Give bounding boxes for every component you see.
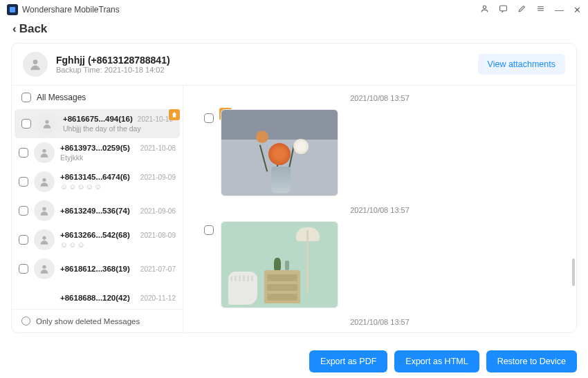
- svg-point-7: [42, 149, 46, 153]
- conversation-item[interactable]: +8618612...368(19) 2021-07-07: [12, 254, 183, 283]
- titlebar: Wondershare MobileTrans — ✕: [0, 0, 588, 19]
- conversation-checkbox[interactable]: [19, 206, 28, 216]
- conversation-date: 2020-11-12: [140, 294, 176, 302]
- conversation-name: +8616675...494(16): [63, 115, 133, 123]
- conversation-preview: Uhbjjj the day of the day: [63, 124, 173, 133]
- conversation-item[interactable]: +8613145...6474(6) 2021-09-09 ☺☺☺☺☺: [12, 167, 183, 196]
- back-label: Back: [19, 22, 48, 36]
- contact-header: Fghhjj (+8613128788841) Backup Time: 202…: [12, 44, 576, 86]
- svg-point-5: [33, 59, 38, 64]
- attachment-image[interactable]: [221, 221, 338, 308]
- conversation-name: +8613266...542(68): [60, 231, 130, 239]
- feedback-icon[interactable]: [499, 4, 508, 15]
- conversation-item[interactable]: +8618688...120(42) 2020-11-12: [12, 283, 183, 309]
- conversation-date: 2021-09-06: [140, 207, 176, 215]
- message-checkbox[interactable]: [204, 225, 214, 235]
- account-icon[interactable]: [480, 4, 489, 15]
- conversation-preview: ☺☺☺: [60, 240, 176, 249]
- back-button[interactable]: ‹ Back: [12, 22, 47, 36]
- conversation-checkbox[interactable]: [21, 119, 31, 129]
- svg-point-0: [483, 6, 486, 8]
- svg-point-10: [42, 236, 46, 240]
- avatar-icon: [34, 142, 55, 163]
- conversation-name: +8618688...120(42): [60, 294, 130, 302]
- conversation-item[interactable]: +8613249...536(74) 2021-09-06: [12, 196, 183, 225]
- app-title: Wondershare MobileTrans: [22, 5, 480, 15]
- message-pane[interactable]: 2021/10/08 13:57: [183, 86, 576, 332]
- minimize-icon[interactable]: —: [555, 5, 564, 15]
- main-panel: Fghhjj (+8613128788841) Backup Time: 202…: [11, 43, 577, 333]
- conversation-preview: Etyjkkk: [60, 153, 176, 162]
- conversation-checkbox[interactable]: [19, 264, 28, 274]
- avatar-icon: [37, 113, 57, 134]
- contact-avatar: [23, 52, 48, 77]
- svg-rect-1: [500, 6, 507, 11]
- conversation-date: 2021-07-07: [140, 265, 176, 273]
- view-attachments-button[interactable]: View attachments: [478, 54, 565, 75]
- conversation-name: +8618612...368(19): [60, 265, 130, 273]
- attachment-image[interactable]: [221, 109, 338, 196]
- svg-point-6: [45, 120, 48, 124]
- avatar-icon: [34, 229, 55, 250]
- conversation-date: 2021-10-18: [138, 115, 173, 123]
- restore-device-button[interactable]: Restore to Device: [486, 350, 577, 372]
- avatar-icon: [34, 171, 55, 192]
- conversation-item[interactable]: +8613266...542(68) 2021-08-09 ☺☺☺: [12, 225, 183, 254]
- export-pdf-button[interactable]: Export as PDF: [309, 350, 387, 372]
- message-timestamp: 2021/10/08 13:57: [204, 206, 555, 214]
- message-checkbox[interactable]: [204, 113, 214, 123]
- only-deleted-radio[interactable]: [21, 316, 30, 325]
- conversation-date: 2021-09-09: [140, 173, 176, 181]
- conversation-item[interactable]: +8613973...0259(5) 2021-10-08 Etyjkkk: [12, 138, 183, 167]
- only-deleted-label: Only show deleted Messages: [36, 317, 140, 325]
- conversation-date: 2021-08-09: [140, 231, 176, 239]
- svg-point-11: [42, 265, 46, 269]
- avatar-icon: [34, 200, 55, 221]
- footer-actions: Export as PDF Export as HTML Restore to …: [309, 350, 577, 372]
- conversation-date: 2021-10-08: [140, 144, 176, 152]
- conversation-item[interactable]: +8616675...494(16) 2021-10-18 Uhbjjj the…: [15, 109, 180, 138]
- contact-name: Fghhjj (+8613128788841): [56, 55, 170, 66]
- all-messages-label: All Messages: [37, 93, 86, 102]
- deleted-badge-icon: [169, 109, 180, 120]
- conversation-checkbox[interactable]: [19, 235, 28, 245]
- close-icon[interactable]: ✕: [573, 5, 581, 15]
- export-html-button[interactable]: Export as HTML: [394, 350, 479, 372]
- edit-icon[interactable]: [517, 4, 526, 15]
- conversation-checkbox[interactable]: [19, 148, 28, 158]
- conversation-checkbox[interactable]: [19, 177, 28, 187]
- message-timestamp: 2021/10/08 13:57: [204, 94, 555, 102]
- chevron-left-icon: ‹: [12, 22, 17, 36]
- avatar-icon: [34, 258, 55, 279]
- conversation-name: +8613145...6474(6): [60, 173, 130, 181]
- svg-point-8: [42, 178, 46, 182]
- conversation-name: +8613249...536(74): [60, 207, 130, 215]
- menu-icon[interactable]: [536, 4, 545, 15]
- app-logo: [7, 4, 18, 15]
- all-messages-checkbox[interactable]: [21, 93, 31, 102]
- conversation-sidebar: All Messages +8616675...494(16) 2021-10-…: [12, 86, 183, 332]
- message-timestamp: 2021/10/08 13:57: [204, 318, 555, 326]
- conversation-name: +8613973...0259(5): [60, 144, 130, 152]
- svg-point-9: [42, 207, 46, 211]
- conversation-preview: ☺☺☺☺☺: [60, 182, 176, 191]
- backup-time: Backup Time: 2021-10-18 14:02: [56, 66, 170, 74]
- conversation-list[interactable]: +8616675...494(16) 2021-10-18 Uhbjjj the…: [12, 109, 183, 309]
- scrollbar[interactable]: [572, 258, 575, 286]
